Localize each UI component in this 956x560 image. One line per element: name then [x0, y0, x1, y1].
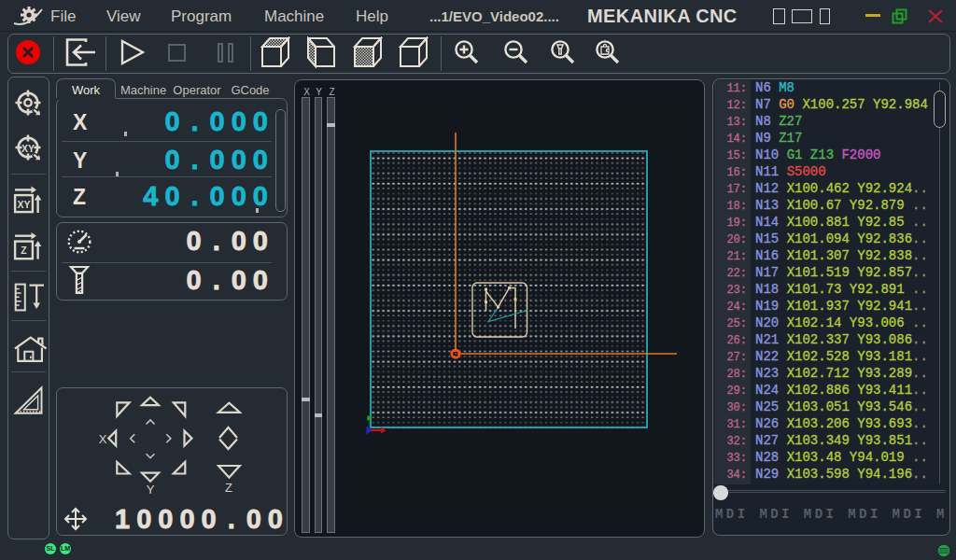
svg-text:Y: Y	[147, 483, 155, 497]
svg-text:Z: Z	[225, 481, 232, 495]
svg-text:X: X	[99, 432, 107, 446]
